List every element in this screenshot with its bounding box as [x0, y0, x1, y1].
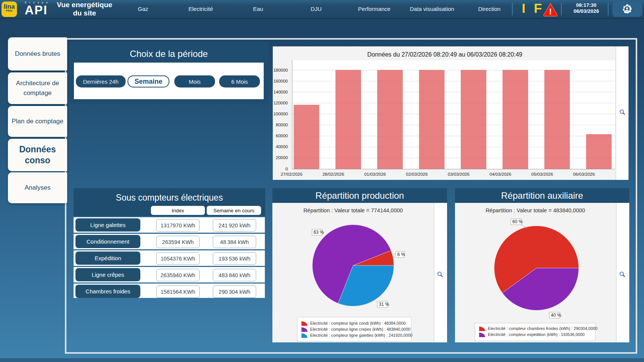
svg-text:31 %: 31 %	[379, 302, 389, 307]
svg-text:60 %: 60 %	[512, 219, 523, 224]
svg-text:160000: 160000	[274, 79, 288, 83]
svg-text:80000: 80000	[276, 123, 288, 127]
svg-text:6 %: 6 %	[397, 252, 405, 257]
svg-text:Electricité : compteur expédit: Electricité : compteur expédition (kWh) …	[488, 332, 585, 337]
svg-text:Electricité : compteur ligne c: Electricité : compteur ligne condi (kWh)…	[310, 321, 406, 325]
svg-text:40000: 40000	[276, 144, 288, 149]
svg-text:02/03/2026: 02/03/2026	[406, 172, 428, 176]
svg-text:05/03/2026: 05/03/2026	[531, 172, 553, 176]
svg-text:27/02/2026: 27/02/2026	[281, 172, 303, 176]
svg-text:Répartition : Valeur totale =: Répartition : Valeur totale = 483840,000…	[486, 207, 585, 213]
svg-text:60000: 60000	[276, 133, 288, 138]
svg-text:40 %: 40 %	[551, 313, 561, 318]
svg-text:180000: 180000	[274, 68, 288, 72]
svg-text:100000: 100000	[274, 112, 288, 116]
svg-text:20000: 20000	[276, 155, 288, 160]
svg-text:04/03/2026: 04/03/2026	[490, 172, 512, 176]
svg-text:Répartition : Valeur totale =: Répartition : Valeur totale = 774144,000…	[303, 207, 403, 213]
svg-text:Electricité : compteur ligne g: Electricité : compteur ligne galettes (k…	[310, 333, 412, 337]
svg-text:03/03/2026: 03/03/2026	[448, 172, 470, 176]
svg-text:!: !	[549, 7, 552, 16]
svg-text:Electricité : compteur chambre: Electricité : compteur chambres froides …	[488, 326, 597, 331]
svg-text:0: 0	[286, 167, 288, 171]
svg-text:06/03/2026: 06/03/2026	[573, 172, 595, 176]
svg-text:Electricité : compteur ligne c: Electricité : compteur ligne crepes (kWh…	[310, 327, 410, 331]
svg-text:Données du 27/02/2026 08:20:49: Données du 27/02/2026 08:20:49 au 06/03/…	[367, 51, 522, 58]
svg-text:01/03/2026: 01/03/2026	[364, 172, 386, 176]
svg-text:140000: 140000	[274, 90, 288, 94]
svg-text:63 %: 63 %	[314, 230, 324, 235]
svg-text:120000: 120000	[274, 101, 288, 105]
svg-text:28/02/2026: 28/02/2026	[323, 172, 344, 176]
